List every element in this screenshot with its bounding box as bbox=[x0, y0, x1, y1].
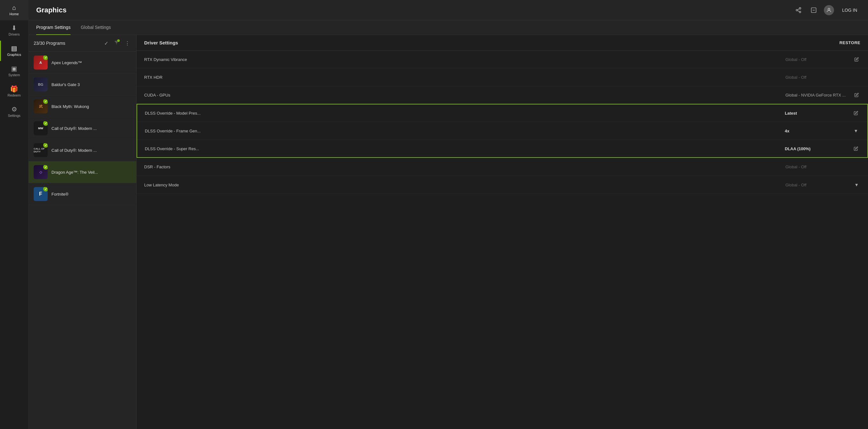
share-icon bbox=[795, 7, 802, 13]
program-icon-apex: A ✓ bbox=[34, 56, 48, 69]
setting-value-dlss-super: DLAA (100%) bbox=[785, 146, 848, 151]
header-actions: LOG IN bbox=[793, 5, 860, 15]
setting-value-rtx-hdr: Global - Off bbox=[785, 75, 849, 80]
dlss-group: DLSS Override - Model Pres... Latest DLS… bbox=[136, 104, 868, 158]
program-item-dragon[interactable]: ◇ ✓ Dragon Age™: The Veil... bbox=[29, 161, 136, 183]
sidebar-item-drivers[interactable]: ⬇ Drivers bbox=[0, 20, 28, 41]
check-filter-icon[interactable]: ✓ bbox=[103, 39, 110, 48]
sidebar-label-settings: Settings bbox=[8, 114, 21, 118]
program-icon-wukong: 武 ✓ bbox=[34, 99, 48, 113]
setting-row-dlss-frame[interactable]: DLSS Override - Frame Gen... 4x ▼ bbox=[137, 122, 867, 140]
sidebar-label-redeem: Redeem bbox=[8, 93, 21, 97]
notifications-button[interactable] bbox=[809, 5, 819, 15]
setting-value-dlss-model: Latest bbox=[785, 111, 848, 116]
page-title: Graphics bbox=[36, 6, 66, 14]
check-badge-cod-bo: ✓ bbox=[43, 143, 48, 148]
filter-dot bbox=[117, 39, 120, 42]
program-name-cod-mw: Call of Duty®: Modern ... bbox=[52, 126, 97, 131]
edit-icon-rtx-vibrance[interactable] bbox=[853, 56, 860, 63]
sidebar-label-system: System bbox=[8, 73, 20, 77]
driver-header: Driver Settings RESTORE bbox=[136, 35, 868, 51]
driver-panel: Driver Settings RESTORE RTX Dynamic Vibr… bbox=[136, 35, 868, 429]
settings-list: RTX Dynamic Vibrance Global - Off RTX HD… bbox=[136, 51, 868, 429]
main-content: Graphics LOG IN bbox=[29, 0, 868, 429]
program-item-cod-mw[interactable]: MW ✓ Call of Duty®: Modern ... bbox=[29, 118, 136, 140]
sidebar: ⌂ Home ⬇ Drivers ▤ Graphics ▣ System 🎁 R… bbox=[0, 0, 29, 429]
program-icon-fortnite: F ✓ bbox=[34, 187, 48, 201]
check-badge-dragon: ✓ bbox=[43, 165, 48, 170]
program-name-dragon: Dragon Age™: The Veil... bbox=[52, 170, 98, 175]
graphics-icon: ▤ bbox=[11, 45, 17, 52]
system-icon: ▣ bbox=[11, 65, 17, 72]
setting-row-rtx-vibrance[interactable]: RTX Dynamic Vibrance Global - Off bbox=[136, 51, 868, 68]
program-item-baldur[interactable]: BG Baldur's Gate 3 bbox=[29, 74, 136, 96]
header: Graphics LOG IN bbox=[29, 0, 868, 20]
filter-icon[interactable] bbox=[113, 39, 120, 48]
home-icon: ⌂ bbox=[12, 4, 16, 11]
edit-icon-cuda-gpus[interactable] bbox=[853, 91, 860, 98]
programs-list: A ✓ Apex Legends™ BG Baldur's Gate 3 武 ✓… bbox=[29, 52, 136, 429]
program-name-apex: Apex Legends™ bbox=[52, 60, 82, 65]
program-item-wukong[interactable]: 武 ✓ Black Myth: Wukong bbox=[29, 96, 136, 118]
setting-name-dsr-factors: DSR - Factors bbox=[144, 164, 782, 169]
setting-name-rtx-hdr: RTX HDR bbox=[144, 75, 782, 80]
setting-row-dlss-model[interactable]: DLSS Override - Model Pres... Latest bbox=[137, 104, 867, 122]
setting-value-rtx-vibrance: Global - Off bbox=[785, 57, 849, 62]
edit-icon-dlss-model[interactable] bbox=[852, 110, 860, 117]
setting-name-cuda-gpus: CUDA - GPUs bbox=[144, 93, 782, 97]
user-icon bbox=[826, 7, 832, 13]
drivers-icon: ⬇ bbox=[11, 25, 17, 31]
sidebar-item-graphics[interactable]: ▤ Graphics bbox=[0, 41, 28, 61]
program-item-apex[interactable]: A ✓ Apex Legends™ bbox=[29, 52, 136, 74]
programs-panel: 23/30 Programs ✓ ⋮ A ✓ Apex Legends™ BG … bbox=[29, 35, 136, 429]
svg-point-2 bbox=[799, 11, 801, 13]
share-button[interactable] bbox=[793, 5, 804, 15]
setting-row-low-latency[interactable]: Low Latency Mode Global - Off ▼ bbox=[136, 176, 868, 194]
edit-icon-dlss-super[interactable] bbox=[852, 145, 860, 152]
svg-point-1 bbox=[796, 9, 798, 11]
check-badge-apex: ✓ bbox=[43, 56, 48, 60]
setting-value-dsr-factors: Global - Off bbox=[785, 164, 849, 169]
login-button[interactable]: LOG IN bbox=[839, 6, 860, 14]
check-badge-fortnite: ✓ bbox=[43, 187, 48, 191]
sidebar-item-redeem[interactable]: 🎁 Redeem bbox=[0, 81, 28, 102]
programs-count: 23/30 Programs bbox=[34, 41, 100, 46]
svg-point-0 bbox=[799, 7, 801, 9]
tab-program-settings[interactable]: Program Settings bbox=[36, 20, 70, 35]
check-badge-cod-mw: ✓ bbox=[43, 121, 48, 126]
setting-name-dlss-model: DLSS Override - Model Pres... bbox=[145, 111, 781, 116]
driver-settings-title: Driver Settings bbox=[144, 40, 178, 45]
svg-point-7 bbox=[828, 8, 830, 10]
program-icon-cod-bo: CALL OF DUTY ✓ bbox=[34, 143, 48, 157]
dropdown-icon-low-latency[interactable]: ▼ bbox=[853, 181, 860, 189]
program-name-fortnite: Fortnite® bbox=[52, 192, 69, 196]
setting-name-rtx-vibrance: RTX Dynamic Vibrance bbox=[144, 57, 782, 62]
dropdown-icon-dlss-frame[interactable]: ▼ bbox=[852, 127, 860, 135]
program-name-baldur: Baldur's Gate 3 bbox=[52, 82, 80, 87]
program-icon-cod-mw: MW ✓ bbox=[34, 121, 48, 135]
sidebar-label-drivers: Drivers bbox=[8, 32, 20, 36]
setting-value-cuda-gpus: Global - NVIDIA GeForce RTX ... bbox=[785, 93, 849, 97]
settings-icon: ⚙ bbox=[11, 106, 17, 113]
sidebar-item-settings[interactable]: ⚙ Settings bbox=[0, 102, 28, 122]
sidebar-item-system[interactable]: ▣ System bbox=[0, 61, 28, 81]
svg-line-4 bbox=[798, 8, 799, 9]
tab-global-settings[interactable]: Global Settings bbox=[81, 20, 111, 35]
setting-row-rtx-hdr[interactable]: RTX HDR Global - Off - bbox=[136, 68, 868, 86]
avatar bbox=[824, 5, 834, 15]
setting-row-dlss-super[interactable]: DLSS Override - Super Res... DLAA (100%) bbox=[137, 140, 867, 157]
setting-row-cuda-gpus[interactable]: CUDA - GPUs Global - NVIDIA GeForce RTX … bbox=[136, 86, 868, 104]
restore-button[interactable]: RESTORE bbox=[839, 40, 860, 45]
sidebar-item-home[interactable]: ⌂ Home bbox=[0, 0, 28, 20]
setting-row-dsr-factors[interactable]: DSR - Factors Global - Off - bbox=[136, 158, 868, 176]
more-options-icon[interactable]: ⋮ bbox=[124, 39, 131, 48]
setting-value-dlss-frame: 4x bbox=[785, 129, 848, 133]
check-badge-wukong: ✓ bbox=[43, 99, 48, 104]
program-icon-baldur: BG bbox=[34, 78, 48, 91]
program-name-wukong: Black Myth: Wukong bbox=[52, 104, 89, 109]
setting-name-dlss-super: DLSS Override - Super Res... bbox=[145, 146, 781, 151]
notification-icon bbox=[810, 7, 817, 13]
program-item-fortnite[interactable]: F ✓ Fortnite® bbox=[29, 183, 136, 205]
program-item-cod-bo[interactable]: CALL OF DUTY ✓ Call of Duty®: Modern ... bbox=[29, 140, 136, 161]
setting-name-low-latency: Low Latency Mode bbox=[144, 183, 782, 187]
